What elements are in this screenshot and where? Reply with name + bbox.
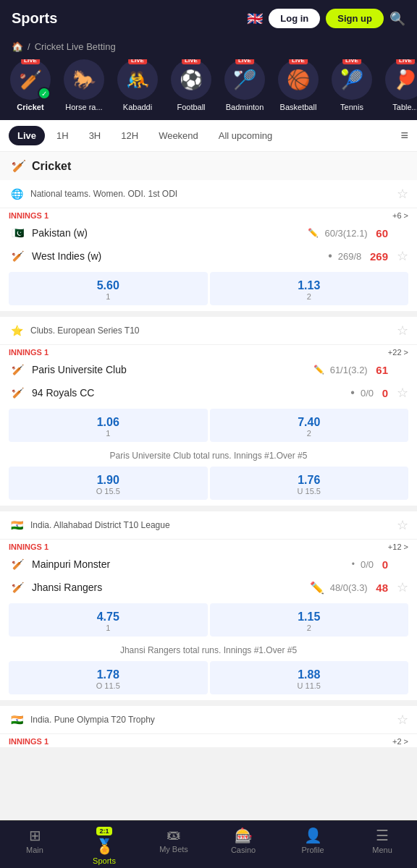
nav-item-sports[interactable]: 2:1 🏅 Sports [70, 827, 139, 865]
sport-tab-tennis[interactable]: LIVE 🎾 Tennis [327, 59, 376, 111]
league-favorite-button[interactable]: ☆ [397, 323, 408, 339]
league-favorite-button[interactable]: ☆ [397, 186, 408, 202]
innings-row: INNINGS 1 +2 > [0, 734, 417, 747]
batting-indicator-1: ✏️ [313, 365, 324, 375]
team2-flag: 🏏 [9, 247, 26, 265]
odds-button-2[interactable]: 1.15 2 [210, 603, 409, 637]
batting-indicator-1: • [352, 559, 355, 569]
sport-tab-horse[interactable]: 🐎 Horse ra... [59, 59, 109, 111]
league-info: 🇮🇳 India. Allahabad District T10 League [9, 517, 170, 533]
sub-odds-row: 1.78 O 11.5 1.88 U 11.5 [0, 657, 417, 700]
innings-label: INNINGS 1 [9, 737, 49, 746]
team2-name: 94 Royals CC [32, 387, 94, 399]
sub-odds-row: 1.90 O 15.5 1.76 U 15.5 [0, 462, 417, 506]
sub-odds-button-1[interactable]: 1.90 O 15.5 [9, 467, 208, 500]
search-button[interactable]: 🔍 [389, 11, 405, 27]
odds-row: 5.60 1 1.13 2 [0, 268, 417, 311]
matches-container: 🌐 National teams. Women. ODI. 1st ODI ☆ … [0, 180, 417, 747]
batting-indicator-2: • [328, 250, 332, 263]
batting-indicator-1: ✏️ [308, 228, 319, 238]
team1-name: Paris Universite Club [32, 364, 127, 375]
favorite-button[interactable]: ☆ [397, 385, 408, 401]
time-filter-3h[interactable]: 3H [80, 126, 110, 145]
time-filter-live[interactable]: Live [9, 126, 45, 145]
content-area: 🏏 Cricket 🌐 National teams. Women. ODI. … [0, 152, 417, 811]
team1-score: 0/0 [361, 559, 376, 570]
nav-item-profile[interactable]: 👤 Profile [278, 827, 348, 865]
league-info: ⭐ Clubs. European Series T10 [9, 323, 140, 339]
sub-odds-button-2[interactable]: 1.88 U 11.5 [210, 661, 409, 694]
filter-options-button[interactable]: ≡ [400, 128, 408, 143]
team1-flag: 🏏 [9, 556, 26, 573]
match-card-match1: 🌐 National teams. Women. ODI. 1st ODI ☆ … [0, 180, 417, 311]
team2-name: West Indies (w) [32, 250, 101, 262]
login-button[interactable]: Log in [269, 9, 320, 28]
league-favorite-button[interactable]: ☆ [397, 517, 408, 533]
team1-highlight: 60 [376, 227, 388, 239]
breadcrumb-home-icon[interactable]: 🏠 [12, 41, 23, 52]
time-filter-12h[interactable]: 12H [112, 126, 147, 145]
more-markets-link[interactable]: +22 > [388, 348, 408, 357]
odds-button-2[interactable]: 1.13 2 [210, 272, 409, 305]
sub-odds-button-1[interactable]: 1.78 O 11.5 [9, 661, 208, 694]
match-card-match4: 🇮🇳 India. Pune Olympia T20 Trophy ☆ INNI… [0, 706, 417, 747]
sport-tab-kabaddi[interactable]: LIVE 🤼 Kabaddi [113, 59, 162, 111]
innings-label: INNINGS 1 [9, 542, 49, 551]
nav-item-mybets[interactable]: 🎟 My Bets [139, 827, 208, 865]
team1-highlight: 61 [376, 364, 388, 376]
breadcrumb-current: Cricket Live Betting [35, 41, 116, 52]
language-flag-icon[interactable]: 🇬🇧 [247, 11, 263, 27]
sub-market-label: Jhansi Rangers total runs. Innings #1.Ov… [0, 642, 417, 657]
time-filter-weekend[interactable]: Weekend [150, 126, 207, 145]
nav-label-profile: Profile [301, 846, 324, 854]
nav-label-menu: Menu [372, 846, 392, 854]
more-markets-link[interactable]: +6 > [392, 211, 408, 220]
time-filter-1h[interactable]: 1H [48, 126, 77, 145]
team2-score: 48/0(3.3) [330, 582, 371, 593]
sport-tab-basketball[interactable]: LIVE 🏀 Basketball [274, 59, 323, 111]
sport-tab-cricket[interactable]: LIVE 🏏 ✓ Cricket [6, 59, 55, 111]
nav-label-sports: Sports [93, 856, 116, 865]
innings-label: INNINGS 1 [9, 211, 49, 220]
team2-highlight: 48 [376, 582, 388, 594]
nav-item-menu[interactable]: ☰ Menu [348, 827, 417, 865]
sport-tab-badminton[interactable]: LIVE 🏸 Badminton [220, 59, 269, 111]
breadcrumb-separator: / [28, 41, 30, 52]
nav-icon-sports: 🏅 [96, 838, 114, 855]
sport-tab-football[interactable]: LIVE ⚽ Football [167, 59, 216, 111]
app-header: Sports 🇬🇧 Log in Sign up 🔍 [0, 0, 417, 37]
favorite-button[interactable]: ☆ [397, 579, 408, 595]
time-filter-all-upcoming[interactable]: All upcoming [210, 126, 281, 145]
odds-button-1[interactable]: 5.60 1 [9, 272, 208, 305]
team1-score: 61/1(3.2) [330, 365, 371, 375]
nav-item-casino[interactable]: 🎰 Casino [208, 827, 278, 865]
league-icon: 🇮🇳 [9, 517, 25, 533]
league-row: 🌐 National teams. Women. ODI. 1st ODI ☆ [0, 180, 417, 208]
odds-row: 1.06 1 7.40 2 [0, 404, 417, 448]
nav-icon-mybets: 🎟 [167, 827, 181, 843]
nav-item-main[interactable]: ⊞ Main [0, 827, 70, 865]
favorite-button[interactable]: ☆ [397, 248, 408, 264]
team-row-1: 🏏 Mainpuri Monster • 0/0 0 [0, 553, 417, 576]
team1-name: Pakistan (w) [32, 227, 88, 239]
team1-flag: 🇵🇰 [9, 224, 26, 242]
team2-flag: 🏏 [9, 579, 26, 596]
innings-label: INNINGS 1 [9, 348, 49, 357]
innings-row: INNINGS 1 +22 > [0, 345, 417, 358]
section-title: Cricket [32, 160, 71, 173]
odds-button-2[interactable]: 7.40 2 [210, 409, 409, 442]
team-row-2: 🏏 West Indies (w) • 269/8 269 ☆ [0, 244, 417, 268]
sub-odds-button-2[interactable]: 1.76 U 15.5 [210, 467, 409, 500]
odds-button-1[interactable]: 4.75 1 [9, 603, 208, 637]
sport-tab-table[interactable]: LIVE 🏓 Table... [381, 59, 417, 111]
team2-score: 269/8 [338, 251, 364, 262]
team-row-2: 🏏 Jhansi Rangers ✏️ 48/0(3.3) 48 ☆ [0, 576, 417, 599]
league-row: 🇮🇳 India. Pune Olympia T20 Trophy ☆ [0, 706, 417, 734]
nav-badge-sports: 2:1 [96, 827, 111, 835]
more-markets-link[interactable]: +2 > [392, 737, 408, 746]
more-markets-link[interactable]: +12 > [388, 542, 408, 551]
odds-button-1[interactable]: 1.06 1 [9, 409, 208, 442]
nav-icon-profile: 👤 [304, 827, 322, 844]
signup-button[interactable]: Sign up [326, 9, 384, 28]
league-favorite-button[interactable]: ☆ [397, 712, 408, 728]
